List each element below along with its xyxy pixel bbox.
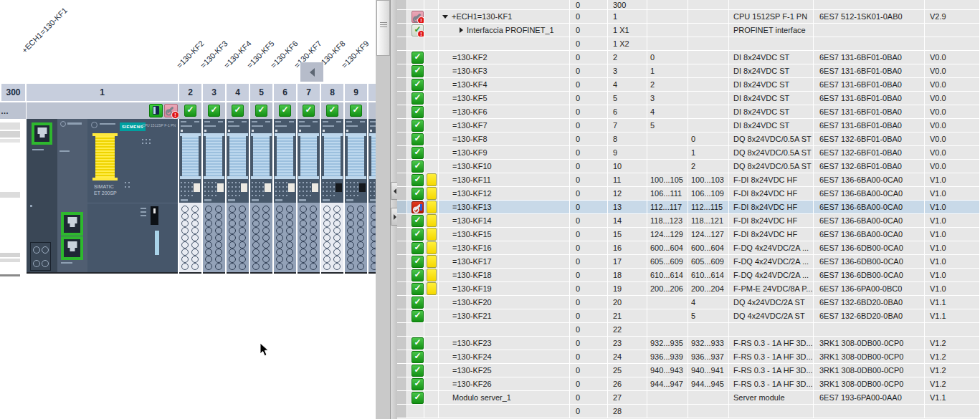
terminal-hole: [286, 256, 293, 263]
i-address-cell: 4: [647, 105, 688, 118]
table-row[interactable]: 028: [397, 405, 980, 418]
type-cell: F-DI 8x24VDC HF: [729, 173, 814, 186]
led-dot: [208, 182, 209, 183]
table-row[interactable]: =130-KF25025940...943940...941F-RS 0.3 -…: [397, 364, 980, 377]
module-name-cell: =130-KF4: [439, 78, 570, 91]
table-row[interactable]: =130-KF210215DQ 4x24VDC/2A ST6ES7 132-6B…: [397, 309, 980, 323]
table-row[interactable]: =130-KF12012106...111106...109F-DI 8x24V…: [397, 187, 980, 201]
slot-number-cell[interactable]: 2: [179, 84, 201, 101]
module-name-cell: =130-KF16: [439, 241, 570, 254]
version-cell: V0.0: [925, 64, 980, 77]
io-module[interactable]: [274, 119, 296, 274]
device-view-canvas[interactable]: +ECH1=130-KF1 =130-KF2=130-KF3=130-KF4=1…: [0, 0, 376, 419]
status-ok-icon: [411, 242, 424, 254]
table-row[interactable]: =130-KF2020DI 8x24VDC ST6ES7 131-6BF01-0…: [397, 51, 980, 64]
article-number-cell: 6ES7 131-6BF01-0BA0: [814, 92, 925, 105]
table-row[interactable]: =130-KF14014118...123118...121F-DI 8x24V…: [397, 214, 980, 228]
table-row[interactable]: =130-KF4042DI 8x24VDC ST6ES7 131-6BF01-0…: [397, 78, 980, 92]
io-module[interactable]: [203, 119, 225, 274]
led-dot: [252, 182, 253, 183]
led-dot: [259, 186, 260, 188]
slot-number-cell[interactable]: 3: [203, 84, 225, 101]
device-view-vertical-scrollbar[interactable]: [376, 0, 391, 419]
i-address-cell: 100...105: [647, 173, 688, 186]
table-row[interactable]: =130-KF8080DQ 8x24VDC/0.5A ST6ES7 132-6B…: [397, 133, 980, 146]
table-row[interactable]: =130-KF9091DQ 8x24VDC/0.5A ST6ES7 132-6B…: [397, 146, 980, 160]
table-row[interactable]: =130-KF6064DI 8x24VDC ST6ES7 131-6BF01-0…: [397, 105, 980, 119]
failsafe-icon-cell: [424, 377, 439, 390]
version-cell: V1.2: [925, 337, 980, 350]
slot-number-cell[interactable]: 6: [274, 84, 296, 101]
row-header-cell: [397, 92, 407, 105]
article-number-cell: [814, 323, 925, 336]
table-row[interactable]: =130-KF18018610...614610...614F-DQ 4x24V…: [397, 269, 980, 282]
table-row[interactable]: =130-KF11011100...105100...103F-DI 8x24V…: [397, 173, 980, 187]
scroll-left-button[interactable]: [300, 62, 323, 82]
terminal-hole: [229, 220, 236, 227]
slot-number-cell[interactable]: 4: [227, 84, 249, 101]
table-row[interactable]: =130-KF13013112...117112...115F-DI 8x24V…: [397, 201, 980, 214]
table-row[interactable]: =130-KF100102DQ 8x24VDC/0.5A ST6ES7 132-…: [397, 160, 980, 173]
scrollbar-thumb[interactable]: [376, 0, 390, 56]
table-row[interactable]: =130-KF26026944...947944...945F-RS 0.3 -…: [397, 377, 980, 391]
module-status-cell: [203, 102, 225, 119]
pane-splitter[interactable]: [391, 0, 397, 419]
table-row[interactable]: 0300: [397, 0, 980, 10]
q-address-cell: [688, 0, 729, 9]
slot-number-cell[interactable]: 7: [298, 84, 320, 101]
led-dot: [374, 195, 375, 196]
table-row[interactable]: =130-KF7075DI 8x24VDC ST6ES7 131-6BF01-0…: [397, 119, 980, 133]
version-cell: V1.2: [925, 350, 980, 363]
terminal-hole: [262, 220, 270, 227]
io-module[interactable]: [298, 119, 320, 274]
rack-cell: 0: [570, 405, 608, 418]
table-row[interactable]: +ECH1=130-KF101CPU 1512SP F-1 PN6ES7 512…: [397, 10, 980, 24]
status-ok-icon: [326, 105, 338, 117]
led-dot: [306, 182, 308, 183]
cpu-mode-switch[interactable]: [151, 206, 158, 225]
table-row[interactable]: =130-KF16016600...604600...604F-DQ 4x24V…: [397, 241, 980, 255]
io-module[interactable]: [227, 119, 249, 274]
table-row[interactable]: Interfaccia PROFINET_101 X1PROFINET inte…: [397, 24, 980, 37]
io-module[interactable]: [345, 119, 367, 274]
table-row[interactable]: =130-KF24024936...939936...937F-RS 0.3 -…: [397, 350, 980, 364]
table-row[interactable]: =130-KF15015124...129124...127F-DI 8x24V…: [397, 228, 980, 241]
type-cell: DQ 4x24VDC/2A ST: [729, 309, 814, 322]
slot-number-cell-partial[interactable]: [368, 84, 376, 101]
slot-number-cell[interactable]: 8: [321, 84, 343, 101]
led-dot: [191, 191, 193, 192]
table-row[interactable]: =130-KF5053DI 8x24VDC ST6ES7 131-6BF01-0…: [397, 92, 980, 105]
terminal-hole: [286, 249, 293, 256]
status-icon-cell: [407, 10, 424, 23]
table-row[interactable]: Modulo server_1027Server module6ES7 193-…: [397, 391, 980, 405]
io-module[interactable]: [368, 119, 376, 274]
slot-number-cell-300[interactable]: 300: [1, 84, 25, 101]
table-row[interactable]: =130-KF3031DI 8x24VDC ST6ES7 131-6BF01-0…: [397, 64, 980, 78]
table-row[interactable]: =130-KF17017605...609605...609F-DQ 4x24V…: [397, 255, 980, 269]
led-dot: [306, 186, 308, 188]
table-row[interactable]: 022: [397, 323, 980, 337]
io-module[interactable]: [250, 119, 272, 274]
row-header-cell: [397, 78, 407, 91]
slot-number-cell-1[interactable]: 1: [27, 84, 178, 101]
led-dot: [299, 195, 300, 196]
table-row[interactable]: 01 X2: [397, 37, 980, 51]
expand-arrow-icon[interactable]: [442, 15, 448, 19]
terminal-hole: [262, 227, 270, 234]
version-cell: V1.2: [925, 364, 980, 377]
article-number-cell: 6ES7 136-6BA00-0CA0: [814, 228, 925, 241]
expand-arrow-icon[interactable]: [460, 27, 463, 33]
slot-number-cell[interactable]: 9: [345, 84, 367, 101]
table-row[interactable]: =130-KF19019200...206200...204F-PM-E 24V…: [397, 282, 980, 296]
table-row[interactable]: =130-KF200204DQ 4x24VDC/2A ST6ES7 132-6B…: [397, 296, 980, 309]
io-module[interactable]: [179, 119, 201, 274]
i-address-cell: 940...943: [647, 364, 688, 377]
cpu-module[interactable]: SIEMENS CPU 1512SP F-1 PN SIMATIC ET 200…: [27, 119, 178, 274]
label-mark: [204, 121, 210, 122]
terminal-hole: [323, 227, 330, 234]
table-row[interactable]: =130-KF23023932...935932...933F-RS 0.3 -…: [397, 337, 980, 350]
slot-number-cell[interactable]: 5: [250, 84, 272, 101]
i-address-cell: 5: [647, 119, 688, 132]
io-module[interactable]: [321, 119, 343, 274]
failsafe-icon-cell: [424, 201, 439, 213]
